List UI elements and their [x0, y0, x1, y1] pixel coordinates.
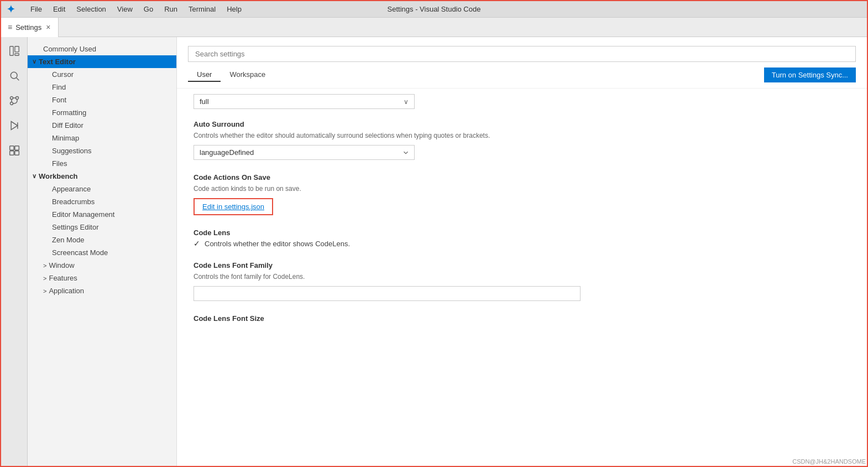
tab-bar: ≡ Settings × — [1, 18, 867, 37]
svg-line-4 — [16, 78, 19, 81]
run-debug-icon[interactable] — [3, 115, 25, 137]
main-layout: Commonly Used ∨ Text Editor Cursor Find … — [1, 37, 867, 467]
menu-edit[interactable]: Edit — [49, 4, 70, 14]
settings-tabs: User Workspace — [188, 68, 274, 82]
features-label: Features — [49, 274, 77, 282]
application-chevron: > — [43, 288, 46, 294]
sidebar-item-workbench[interactable]: ∨ Workbench — [28, 170, 176, 183]
top-dropdown-chevron: ∨ — [404, 98, 409, 106]
settings-tab-close[interactable]: × — [45, 22, 51, 33]
auto-surround-select[interactable]: languageDefined brackets quotes never — [194, 145, 415, 160]
tab-user-label: User — [197, 70, 212, 79]
svg-rect-10 — [9, 146, 14, 151]
code-lens-font-family-input[interactable] — [194, 286, 581, 301]
sidebar-item-editor-management[interactable]: Editor Management — [28, 208, 176, 221]
menu-run[interactable]: Run — [160, 4, 182, 14]
sidebar-tree: Commonly Used ∨ Text Editor Cursor Find … — [28, 43, 176, 297]
menu-terminal[interactable]: Terminal — [184, 4, 220, 14]
edit-json-link[interactable]: Edit in settings.json — [194, 198, 273, 215]
activity-bar — [1, 37, 28, 467]
sidebar-item-window[interactable]: > Window — [28, 259, 176, 272]
search-icon[interactable] — [3, 65, 25, 87]
settings-tab[interactable]: ≡ Settings × — [1, 18, 59, 37]
code-lens-checkmark: ✓ — [194, 239, 200, 248]
search-input[interactable] — [188, 46, 856, 62]
settings-tab-label: Settings — [15, 23, 41, 32]
settings-tab-icon: ≡ — [8, 23, 12, 32]
sidebar-item-suggestions[interactable]: Suggestions — [28, 144, 176, 157]
sidebar-item-font[interactable]: Font — [28, 94, 176, 106]
code-actions-desc: Code action kinds to be run on save. — [194, 184, 850, 194]
code-lens-font-family-setting: Code Lens Font Family Controls the font … — [194, 261, 850, 301]
top-dropdown[interactable]: full ∨ — [194, 94, 415, 109]
sidebar-item-application[interactable]: > Application — [28, 284, 176, 297]
svg-point-6 — [15, 97, 18, 100]
sidebar-item-formatting[interactable]: Formatting — [28, 106, 176, 119]
auto-surround-setting: Auto Surround Controls whether the edito… — [194, 120, 850, 160]
sidebar-item-screencast-mode[interactable]: Screencast Mode — [28, 246, 176, 259]
settings-content: full ∨ Auto Surround Controls whether th… — [177, 89, 867, 352]
menu-view[interactable]: View — [113, 4, 137, 14]
files-icon[interactable] — [3, 40, 25, 62]
sidebar-item-minimap[interactable]: Minimap — [28, 132, 176, 144]
tab-user[interactable]: User — [188, 68, 221, 82]
title-bar: ✦ File Edit Selection View Go Run Termin… — [1, 1, 867, 18]
diff-editor-label: Diff Editor — [52, 121, 83, 129]
extensions-icon[interactable] — [3, 139, 25, 162]
sidebar-item-breadcrumbs[interactable]: Breadcrumbs — [28, 195, 176, 208]
auto-surround-title: Auto Surround — [194, 120, 850, 128]
code-lens-checkbox-label: Controls whether the editor shows CodeLe… — [205, 240, 350, 248]
auto-surround-desc: Controls whether the editor should autom… — [194, 131, 850, 141]
sidebar-item-zen-mode[interactable]: Zen Mode — [28, 234, 176, 246]
minimap-label: Minimap — [52, 134, 79, 142]
sidebar-item-diff-editor[interactable]: Diff Editor — [28, 119, 176, 132]
menu-help[interactable]: Help — [222, 4, 246, 14]
tab-workspace[interactable]: Workspace — [221, 68, 274, 82]
tab-row: User Workspace Turn on Settings Sync... — [188, 68, 856, 82]
top-dropdown-section: full ∨ — [194, 94, 850, 109]
svg-point-7 — [10, 102, 13, 105]
text-editor-chevron: ∨ — [32, 58, 36, 65]
sync-button[interactable]: Turn on Settings Sync... — [764, 68, 856, 82]
zen-mode-label: Zen Mode — [52, 236, 85, 244]
window-chevron: > — [43, 262, 46, 269]
svg-rect-0 — [9, 46, 13, 56]
breadcrumbs-label: Breadcrumbs — [52, 198, 95, 206]
code-lens-title: Code Lens — [194, 229, 850, 237]
files-label: Files — [52, 159, 67, 168]
svg-rect-11 — [14, 146, 19, 151]
sidebar-item-find[interactable]: Find — [28, 81, 176, 94]
content-area: User Workspace Turn on Settings Sync... … — [177, 37, 867, 467]
tab-workspace-label: Workspace — [229, 70, 265, 79]
sidebar-item-cursor[interactable]: Cursor — [28, 68, 176, 81]
top-dropdown-value: full — [200, 97, 209, 106]
source-control-icon[interactable] — [3, 90, 25, 112]
application-label: Application — [49, 287, 84, 295]
menu-bar: File Edit Selection View Go Run Terminal… — [26, 4, 246, 14]
menu-file[interactable]: File — [26, 4, 46, 14]
auto-surround-select-wrapper: languageDefined brackets quotes never — [194, 145, 415, 160]
code-lens-setting: Code Lens ✓ Controls whether the editor … — [194, 229, 850, 248]
sidebar-item-appearance[interactable]: Appearance — [28, 183, 176, 195]
sidebar-item-text-editor[interactable]: ∨ Text Editor — [28, 55, 176, 68]
formatting-label: Formatting — [52, 108, 86, 117]
sidebar-item-files[interactable]: Files — [28, 157, 176, 170]
menu-go[interactable]: Go — [139, 4, 158, 14]
code-lens-checkbox-row: ✓ Controls whether the editor shows Code… — [194, 239, 850, 248]
settings-header: User Workspace Turn on Settings Sync... — [177, 37, 867, 89]
cursor-label: Cursor — [52, 70, 74, 79]
appearance-label: Appearance — [52, 185, 91, 193]
font-label: Font — [52, 96, 66, 104]
sidebar-item-settings-editor[interactable]: Settings Editor — [28, 221, 176, 234]
code-lens-font-family-title: Code Lens Font Family — [194, 261, 850, 269]
workbench-chevron: ∨ — [32, 173, 36, 180]
window-label: Window — [49, 261, 74, 269]
menu-selection[interactable]: Selection — [72, 4, 110, 14]
editor-management-label: Editor Management — [52, 210, 114, 219]
commonly-used-label: Commonly Used — [43, 45, 96, 53]
find-label: Find — [52, 83, 66, 91]
sidebar-item-features[interactable]: > Features — [28, 272, 176, 284]
sidebar: Commonly Used ∨ Text Editor Cursor Find … — [28, 37, 177, 467]
code-actions-setting: Code Actions On Save Code action kinds t… — [194, 173, 850, 215]
sidebar-item-commonly-used[interactable]: Commonly Used — [28, 43, 176, 55]
